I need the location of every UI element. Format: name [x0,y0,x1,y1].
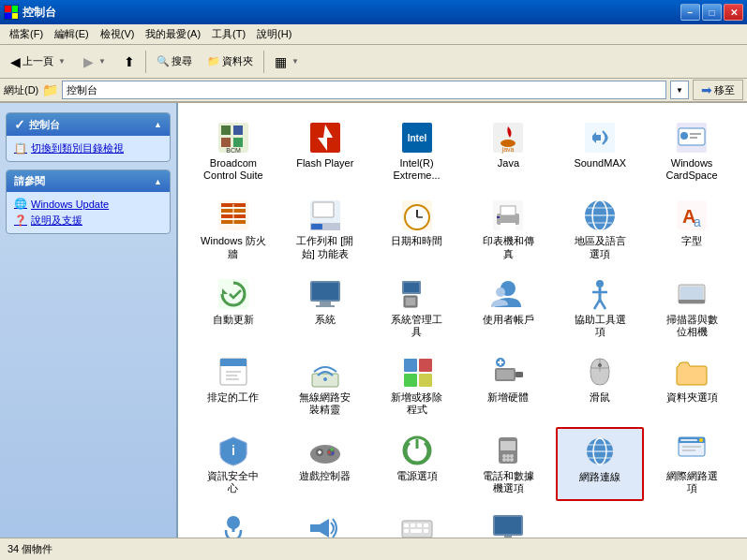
svg-rect-51 [320,302,331,305]
icon-item-speech[interactable]: 語音 [189,505,277,538]
svg-rect-75 [419,359,432,372]
icon-item-flash-player[interactable]: Flash Player [281,114,369,188]
broadcom-icon: BCM [217,121,250,155]
svg-rect-68 [220,359,247,366]
search-button[interactable]: 🔍 搜尋 [150,51,199,72]
wireless-icon [308,355,342,389]
region-icon [583,199,617,232]
search-icon: 🔍 [157,55,170,67]
svg-marker-122 [320,519,329,538]
address-input[interactable] [67,84,662,96]
menu-help[interactable]: 說明(H) [251,25,297,43]
sidebar-cp-chevron: ▲ [154,120,162,129]
sidebar-help-support[interactable]: ❓ 說明及支援 [14,214,162,228]
svg-rect-52 [316,305,335,307]
icon-item-region[interactable]: 地區及語言 選項 [556,192,644,266]
icon-item-scanners[interactable]: 掃描器與數 位相機 [648,271,736,345]
menu-file[interactable]: 檔案(F) [4,25,49,43]
icon-item-scheduled-tasks[interactable]: 排定的工作 [189,348,277,422]
sidebar-windows-update[interactable]: 🌐 Windows Update [14,198,162,210]
icon-item-add-hardware[interactable]: 新增硬體 [465,348,553,422]
icon-item-game-ctrl[interactable]: 遊戲控制器 [281,427,369,501]
icons-grid: BCMBroadcom Control SuiteFlash PlayerInt… [186,111,740,538]
icon-item-wireless[interactable]: 無線網路安 裝精靈 [281,348,369,422]
icon-item-security-center[interactable]: i資訊安全中 心 [189,427,277,501]
svg-line-63 [600,300,605,309]
icon-item-computer-mgmt[interactable]: 系統管理工 具 [373,271,461,345]
title-bar-left: 控制台 [4,5,56,21]
up-arrow-icon: ⬆ [124,54,135,69]
svg-point-73 [323,377,327,381]
svg-point-100 [502,454,506,458]
icon-item-taskbar[interactable]: 工作列和 [開 始] 功能表 [281,192,369,266]
internet-options-icon [675,434,709,467]
icon-item-folder-options[interactable]: 資料夾選項 [648,348,736,422]
icon-item-fonts[interactable]: Aa字型 [648,192,736,266]
icon-item-sound[interactable]: 聲音及音訊 裝置 [281,505,369,538]
svg-rect-20 [690,137,697,139]
forward-button[interactable]: ▶ ▼ [77,47,115,77]
back-button[interactable]: ◀ 上一頁 ▼ [4,47,75,77]
sidebar-section-see-also: 請參閱 ▲ 🌐 Windows Update ❓ 說明及支援 [6,169,171,234]
svg-rect-54 [404,283,419,292]
fonts-icon: Aa [675,199,709,232]
switch-view-label: 切換到類別目錄檢視 [31,141,124,155]
icon-item-printers[interactable]: 印表機和傳 真 [465,192,553,266]
icon-item-keyboard[interactable]: 鍵盤 [373,505,461,538]
toolbar-separator-1 [145,51,146,73]
back-dropdown-icon[interactable]: ▼ [55,51,68,73]
toolbar: ◀ 上一頁 ▼ ▶ ▼ ⬆ 🔍 搜尋 📁 資料夾 ▦ ▼ [0,45,747,79]
forward-dropdown-icon[interactable]: ▼ [96,51,109,73]
address-dropdown[interactable]: ▼ [670,81,689,99]
folder-options-icon [675,355,709,389]
sidebar-section-see-also-header[interactable]: 請參閱 ▲ [7,170,170,192]
folders-button[interactable]: 📁 資料夾 [201,51,260,72]
menu-edit[interactable]: 編輯(E) [49,25,95,43]
icon-item-intel-extreme[interactable]: IntelIntel(R) Extreme... [373,114,461,188]
region-label: 地區及語言 選項 [575,235,626,259]
internet-options-label: 網際網路選 項 [666,470,718,494]
svg-point-59 [596,280,604,287]
menu-view[interactable]: 檢視(V) [95,25,141,43]
go-button[interactable]: ➡ 移至 [693,80,743,100]
windows-firewall-icon [217,199,250,232]
icon-item-windows-firewall[interactable]: Windows 防火 牆 [189,192,277,266]
icon-item-windows-cardspace[interactable]: Windows CardSpace [648,114,736,188]
icon-item-user-accounts[interactable]: 使用者帳戶 [465,271,553,345]
menu-favorites[interactable]: 我的最愛(A) [140,25,206,43]
close-button[interactable]: ✕ [724,4,743,21]
icon-item-broadcom[interactable]: BCMBroadcom Control Suite [189,114,277,188]
icon-item-network-conn[interactable]: 網路連線 [556,427,644,501]
address-bar-icon: 📁 [42,82,58,97]
menu-tools[interactable]: 工具(T) [206,25,251,43]
up-button[interactable]: ⬆ [117,51,142,73]
maximize-button[interactable]: □ [702,4,722,21]
icon-item-datetime[interactable]: 日期和時間 [373,192,461,266]
icon-item-accessibility[interactable]: 協助工具選 項 [556,271,644,345]
icon-item-system[interactable]: 系統 [281,271,369,345]
help-support-icon: ❓ [14,214,27,227]
sidebar-section-control-panel-header[interactable]: ✓ 控制台 ▲ [7,113,170,136]
sidebar-cp-body: 📋 切換到類別目錄檢視 [7,136,170,161]
svg-rect-1 [221,125,231,135]
icon-item-mouse[interactable]: 滑鼠 [556,348,644,422]
icon-item-add-remove[interactable]: 新增或移除 程式 [373,348,461,422]
view-button[interactable]: ▦ ▼ [268,47,308,77]
icon-item-autoupdate[interactable]: 自動更新 [189,271,277,345]
svg-rect-15 [596,135,601,140]
sidebar-switch-view[interactable]: 📋 切換到類別目錄檢視 [14,141,162,155]
view-dropdown-icon[interactable]: ▼ [289,51,302,73]
keyboard-icon [400,511,434,538]
svg-rect-113 [680,439,697,441]
icon-item-soundmax[interactable]: SoundMAX [556,114,644,188]
icon-item-display[interactable]: 顯示 [465,505,553,538]
windows-cardspace-icon [675,121,709,155]
icon-item-java[interactable]: javaJava [465,114,553,188]
icon-item-power[interactable]: 電源選項 [373,427,461,501]
minimize-button[interactable]: − [680,4,700,21]
soundmax-icon [583,121,617,155]
svg-point-102 [510,454,514,458]
icon-item-phone-modem[interactable]: 電話和數據 機選項 [465,427,553,501]
toolbar-separator-2 [263,51,264,73]
icon-item-internet-options[interactable]: 網際網路選 項 [648,427,736,501]
